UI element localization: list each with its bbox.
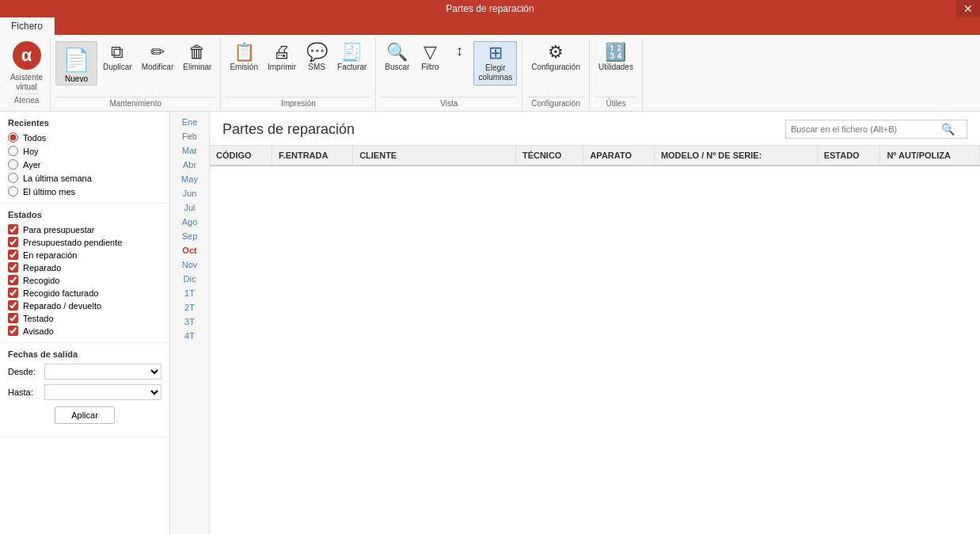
sidebar-recientes: Recientes Todos Hoy Ayer La última seman… [0,112,169,204]
month-item-3t[interactable]: 3T [170,315,209,329]
sort-icon: ↕ [456,43,463,59]
month-item-sep[interactable]: Sep [170,229,209,243]
elegir-columnas-label: Elegircolumnas [478,63,512,82]
checkbox-presupuestado-pendiente-input[interactable] [8,237,18,247]
configuracion-group-label: Configuración [527,97,584,111]
sms-button[interactable]: 💬 SMS [302,41,332,74]
utiles-group-label: Útiles [594,97,637,111]
content-area: Partes de reparación 🔍 CÓDIGO F.ENTRADA … [210,112,980,534]
radio-ultimo-mes[interactable]: El último mes [8,186,161,196]
configuracion-icon: ⚙ [548,44,564,61]
checkbox-reparado-devuelto-input[interactable] [8,300,18,311]
month-item-feb[interactable]: Feb [170,129,209,143]
estados-checkbox-group: Para presupuestar Presupuestado pendient… [8,224,161,336]
month-item-4t[interactable]: 4T [170,329,209,343]
checkbox-avisado-label: Avisado [23,326,54,336]
checkbox-reparado-devuelto[interactable]: Reparado / devuelto [8,300,161,311]
modificar-button[interactable]: ✏ Modificar [138,41,178,74]
configuracion-label: Configuración [531,63,580,72]
checkbox-avisado-input[interactable] [8,326,18,336]
radio-ultima-semana-input[interactable] [8,173,18,183]
radio-hoy[interactable]: Hoy [8,146,161,156]
imprimir-label: Imprimir [268,63,296,72]
nuevo-label: Nuevo [65,74,88,83]
sort-button[interactable]: ↕ [446,41,472,61]
checkbox-para-presupuestar-input[interactable] [8,224,18,235]
imprimir-icon: 🖨 [273,44,291,61]
table: CÓDIGO F.ENTRADA CLIENTE TÉCNICO APARATO… [210,146,980,166]
month-item-dic[interactable]: Dic [170,272,209,286]
radio-ultimo-mes-input[interactable] [8,186,18,196]
ribbon-group-configuracion: ⚙ Configuración Configuración [522,38,590,111]
month-item-ene[interactable]: Ene [170,115,209,129]
radio-todos-input[interactable] [8,132,18,143]
checkbox-recogido[interactable]: Recogido [8,275,161,285]
checkbox-en-reparacion[interactable]: En reparación [8,250,161,260]
month-item-mar[interactable]: Mar [170,143,209,158]
month-item-may[interactable]: May [170,172,209,186]
checkbox-recogido-input[interactable] [8,275,18,285]
utilidades-icon: 🔢 [605,44,626,61]
checkbox-en-reparacion-label: En reparación [23,250,78,260]
search-input[interactable] [791,124,941,134]
ribbon-content: α Asistentevirtual Atenea 📄 Nuevo ⧉ Dupl… [0,35,980,111]
checkbox-presupuestado-pendiente[interactable]: Presupuestado pendiente [8,237,161,247]
checkbox-para-presupuestar[interactable]: Para presupuestar [8,224,161,235]
search-icon[interactable]: 🔍 [941,123,955,135]
checkbox-reparado[interactable]: Reparado [8,262,161,273]
facturar-button[interactable]: 🧾 Facturar [333,41,370,74]
checkbox-testado[interactable]: Testado [8,313,161,323]
col-codigo: CÓDIGO [210,146,272,166]
ribbon-group-impresion: 📋 Emisión 🖨 Imprimir 💬 SMS 🧾 Facturar Im… [221,38,376,111]
atenea-logo[interactable]: α [13,41,41,70]
duplicar-button[interactable]: ⧉ Duplicar [99,41,136,74]
checkbox-testado-input[interactable] [8,313,18,323]
hasta-select[interactable] [44,384,161,400]
elegir-columnas-button[interactable]: ⊞ Elegircolumnas [473,41,517,86]
month-item-nov[interactable]: Nov [170,257,209,272]
ribbon-group-vista: 🔍 Buscar ▽ Filtro ↕ ⊞ Elegircolumnas Vis… [376,38,522,111]
buscar-button[interactable]: 🔍 Buscar [381,41,413,74]
checkbox-reparado-input[interactable] [8,262,18,273]
month-item-ago[interactable]: Ago [170,215,209,229]
sms-icon: 💬 [306,44,328,61]
checkbox-recogido-facturado[interactable]: Recogido facturado [8,288,161,298]
apply-button[interactable]: Aplicar [55,406,115,424]
month-item-jun[interactable]: Jun [170,186,209,200]
checkbox-recogido-facturado-input[interactable] [8,288,18,298]
desde-select[interactable] [44,364,161,380]
col-modelo: MODELO / Nº DE SERIE: [654,146,817,166]
radio-ayer-input[interactable] [8,159,18,170]
month-item-jul[interactable]: Jul [170,200,209,215]
close-button[interactable]: ✕ [956,0,980,17]
radio-hoy-input[interactable] [8,146,18,156]
configuracion-button[interactable]: ⚙ Configuración [527,41,584,74]
nuevo-icon: 📄 [63,47,90,73]
checkbox-en-reparacion-input[interactable] [8,250,18,260]
month-item-oct[interactable]: Oct [170,243,209,257]
checkbox-avisado[interactable]: Avisado [8,326,161,336]
tab-fichero[interactable]: Fichero [0,17,55,35]
emision-button[interactable]: 📋 Emisión [226,41,262,74]
radio-ayer-label: Ayer [23,160,40,170]
ribbon-group-mantenimiento: 📄 Nuevo ⧉ Duplicar ✏ Modificar 🗑 Elimina… [51,38,221,111]
checkbox-reparado-label: Reparado [23,263,61,273]
title-bar-text: Partes de reparación [446,3,534,14]
radio-ultima-semana[interactable]: La última semana [8,173,161,183]
month-item-abr[interactable]: Abr [170,158,209,172]
imprimir-button[interactable]: 🖨 Imprimir [264,41,300,74]
filtro-label: Filtro [421,63,439,72]
radio-todos[interactable]: Todos [8,132,161,143]
nuevo-button[interactable]: 📄 Nuevo [55,41,97,86]
sidebar: Recientes Todos Hoy Ayer La última seman… [0,112,170,534]
filtro-button[interactable]: ▽ Filtro [415,41,445,74]
radio-ayer[interactable]: Ayer [8,159,161,170]
recientes-title: Recientes [8,118,161,128]
eliminar-button[interactable]: 🗑 Eliminar [179,41,215,74]
sidebar-estados: Estados Para presupuestar Presupuestado … [0,204,169,343]
month-item-2t[interactable]: 2T [170,300,209,315]
table-header-row: CÓDIGO F.ENTRADA CLIENTE TÉCNICO APARATO… [210,146,980,166]
month-item-1t[interactable]: 1T [170,286,209,300]
modificar-icon: ✏ [150,44,165,61]
utilidades-button[interactable]: 🔢 Utilidades [594,41,637,74]
